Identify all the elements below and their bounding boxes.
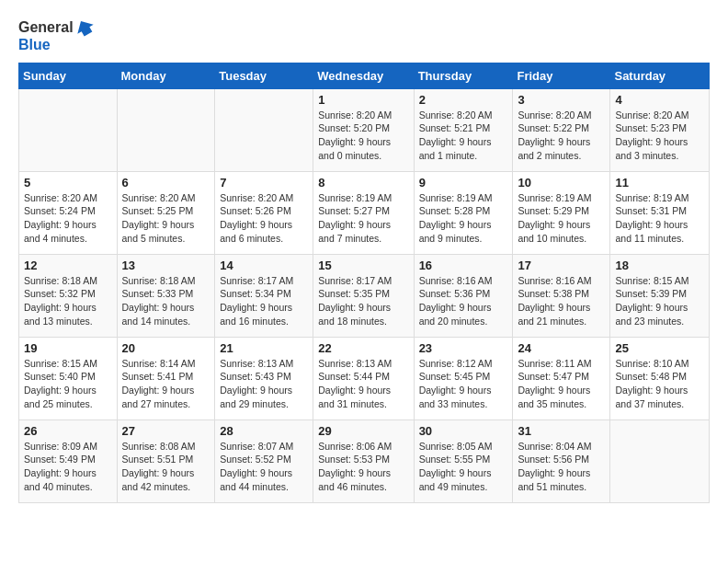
day-info: Sunrise: 8:20 AMSunset: 5:23 PMDaylight:… <box>615 109 704 163</box>
header-day-monday: Monday <box>117 63 215 88</box>
day-number: 8 <box>318 176 408 190</box>
day-info: Sunrise: 8:08 AMSunset: 5:51 PMDaylight:… <box>122 440 210 494</box>
day-info: Sunrise: 8:15 AMSunset: 5:39 PMDaylight:… <box>615 274 704 328</box>
day-info: Sunrise: 8:18 AMSunset: 5:33 PMDaylight:… <box>122 274 210 328</box>
calendar-cell: 2Sunrise: 8:20 AMSunset: 5:21 PMDaylight… <box>414 88 513 171</box>
day-number: 21 <box>220 341 308 355</box>
day-number: 10 <box>518 176 605 190</box>
day-number: 14 <box>220 259 308 272</box>
calendar-cell: 24Sunrise: 8:11 AMSunset: 5:47 PMDayligh… <box>513 337 610 419</box>
calendar-cell: 6Sunrise: 8:20 AMSunset: 5:25 PMDaylight… <box>117 171 215 254</box>
calendar-cell: 23Sunrise: 8:12 AMSunset: 5:45 PMDayligh… <box>414 337 513 419</box>
calendar-cell: 4Sunrise: 8:20 AMSunset: 5:23 PMDaylight… <box>610 88 710 171</box>
calendar-table: SundayMondayTuesdayWednesdayThursdayFrid… <box>18 63 710 503</box>
day-number: 22 <box>318 341 408 355</box>
day-info: Sunrise: 8:13 AMSunset: 5:43 PMDaylight:… <box>220 357 308 411</box>
day-info: Sunrise: 8:16 AMSunset: 5:38 PMDaylight:… <box>518 274 605 328</box>
calendar-cell <box>215 88 313 171</box>
calendar-cell: 25Sunrise: 8:10 AMSunset: 5:48 PMDayligh… <box>610 337 710 419</box>
day-info: Sunrise: 8:10 AMSunset: 5:48 PMDaylight:… <box>615 357 704 411</box>
day-info: Sunrise: 8:05 AMSunset: 5:55 PMDaylight:… <box>419 440 508 494</box>
calendar-cell: 8Sunrise: 8:19 AMSunset: 5:27 PMDaylight… <box>313 171 414 254</box>
calendar-week-row: 19Sunrise: 8:15 AMSunset: 5:40 PMDayligh… <box>19 337 710 419</box>
calendar-cell: 14Sunrise: 8:17 AMSunset: 5:34 PMDayligh… <box>215 254 313 337</box>
calendar-cell: 3Sunrise: 8:20 AMSunset: 5:22 PMDaylight… <box>513 88 610 171</box>
day-info: Sunrise: 8:17 AMSunset: 5:35 PMDaylight:… <box>318 274 408 328</box>
calendar-cell: 20Sunrise: 8:14 AMSunset: 5:41 PMDayligh… <box>117 337 215 419</box>
day-info: Sunrise: 8:19 AMSunset: 5:28 PMDaylight:… <box>419 191 508 246</box>
calendar-cell: 29Sunrise: 8:06 AMSunset: 5:53 PMDayligh… <box>313 419 414 502</box>
calendar-week-row: 1Sunrise: 8:20 AMSunset: 5:20 PMDaylight… <box>19 88 710 171</box>
header-day-tuesday: Tuesday <box>215 63 313 88</box>
header: General Blue <box>18 18 710 53</box>
day-info: Sunrise: 8:20 AMSunset: 5:25 PMDaylight:… <box>122 191 210 246</box>
header-day-wednesday: Wednesday <box>313 63 414 88</box>
calendar-cell: 5Sunrise: 8:20 AMSunset: 5:24 PMDaylight… <box>19 171 118 254</box>
calendar-cell <box>610 419 710 502</box>
logo-general-text: General <box>18 19 74 36</box>
day-number: 16 <box>419 259 508 272</box>
day-number: 13 <box>122 259 210 272</box>
calendar-cell: 10Sunrise: 8:19 AMSunset: 5:29 PMDayligh… <box>513 171 610 254</box>
day-number: 17 <box>518 259 605 272</box>
day-number: 20 <box>122 341 210 355</box>
logo-airplane-icon <box>75 18 94 37</box>
calendar-week-row: 26Sunrise: 8:09 AMSunset: 5:49 PMDayligh… <box>19 419 710 502</box>
logo: General Blue <box>18 18 94 53</box>
day-number: 7 <box>220 176 308 190</box>
calendar-cell: 28Sunrise: 8:07 AMSunset: 5:52 PMDayligh… <box>215 419 313 502</box>
day-info: Sunrise: 8:06 AMSunset: 5:53 PMDaylight:… <box>318 440 408 494</box>
header-day-friday: Friday <box>513 63 610 88</box>
calendar-cell: 19Sunrise: 8:15 AMSunset: 5:40 PMDayligh… <box>19 337 118 419</box>
day-number: 24 <box>518 341 605 355</box>
day-info: Sunrise: 8:19 AMSunset: 5:29 PMDaylight:… <box>518 191 605 246</box>
calendar-week-row: 12Sunrise: 8:18 AMSunset: 5:32 PMDayligh… <box>19 254 710 337</box>
day-number: 2 <box>419 93 508 107</box>
day-info: Sunrise: 8:14 AMSunset: 5:41 PMDaylight:… <box>122 357 210 411</box>
day-number: 19 <box>24 341 112 355</box>
calendar-cell: 9Sunrise: 8:19 AMSunset: 5:28 PMDaylight… <box>414 171 513 254</box>
calendar-cell <box>19 88 118 171</box>
calendar-cell: 13Sunrise: 8:18 AMSunset: 5:33 PMDayligh… <box>117 254 215 337</box>
day-number: 26 <box>24 424 112 438</box>
calendar-week-row: 5Sunrise: 8:20 AMSunset: 5:24 PMDaylight… <box>19 171 710 254</box>
day-info: Sunrise: 8:17 AMSunset: 5:34 PMDaylight:… <box>220 274 308 328</box>
day-number: 3 <box>518 93 605 107</box>
calendar-cell <box>117 88 215 171</box>
day-number: 30 <box>419 424 508 438</box>
day-number: 18 <box>615 259 704 272</box>
calendar-cell: 31Sunrise: 8:04 AMSunset: 5:56 PMDayligh… <box>513 419 610 502</box>
day-number: 25 <box>615 341 704 355</box>
calendar-cell: 12Sunrise: 8:18 AMSunset: 5:32 PMDayligh… <box>19 254 118 337</box>
day-info: Sunrise: 8:20 AMSunset: 5:24 PMDaylight:… <box>24 191 112 246</box>
logo-blue-text: Blue <box>18 37 94 53</box>
day-info: Sunrise: 8:15 AMSunset: 5:40 PMDaylight:… <box>24 357 112 411</box>
calendar-cell: 27Sunrise: 8:08 AMSunset: 5:51 PMDayligh… <box>117 419 215 502</box>
day-number: 27 <box>122 424 210 438</box>
calendar-cell: 11Sunrise: 8:19 AMSunset: 5:31 PMDayligh… <box>610 171 710 254</box>
day-info: Sunrise: 8:19 AMSunset: 5:27 PMDaylight:… <box>318 191 408 246</box>
calendar-cell: 1Sunrise: 8:20 AMSunset: 5:20 PMDaylight… <box>313 88 414 171</box>
day-number: 29 <box>318 424 408 438</box>
day-number: 4 <box>615 93 704 107</box>
calendar-header-row: SundayMondayTuesdayWednesdayThursdayFrid… <box>19 63 710 88</box>
calendar-cell: 7Sunrise: 8:20 AMSunset: 5:26 PMDaylight… <box>215 171 313 254</box>
day-number: 28 <box>220 424 308 438</box>
calendar-cell: 17Sunrise: 8:16 AMSunset: 5:38 PMDayligh… <box>513 254 610 337</box>
day-info: Sunrise: 8:20 AMSunset: 5:22 PMDaylight:… <box>518 109 605 163</box>
header-day-saturday: Saturday <box>610 63 710 88</box>
calendar-cell: 18Sunrise: 8:15 AMSunset: 5:39 PMDayligh… <box>610 254 710 337</box>
calendar-cell: 30Sunrise: 8:05 AMSunset: 5:55 PMDayligh… <box>414 419 513 502</box>
header-day-sunday: Sunday <box>19 63 118 88</box>
day-info: Sunrise: 8:19 AMSunset: 5:31 PMDaylight:… <box>615 191 704 246</box>
day-number: 5 <box>24 176 112 190</box>
svg-marker-0 <box>75 18 94 37</box>
day-info: Sunrise: 8:20 AMSunset: 5:26 PMDaylight:… <box>220 191 308 246</box>
day-number: 23 <box>419 341 508 355</box>
day-number: 12 <box>24 259 112 272</box>
calendar-cell: 15Sunrise: 8:17 AMSunset: 5:35 PMDayligh… <box>313 254 414 337</box>
day-info: Sunrise: 8:18 AMSunset: 5:32 PMDaylight:… <box>24 274 112 328</box>
day-number: 11 <box>615 176 704 190</box>
day-number: 9 <box>419 176 508 190</box>
day-info: Sunrise: 8:07 AMSunset: 5:52 PMDaylight:… <box>220 440 308 494</box>
